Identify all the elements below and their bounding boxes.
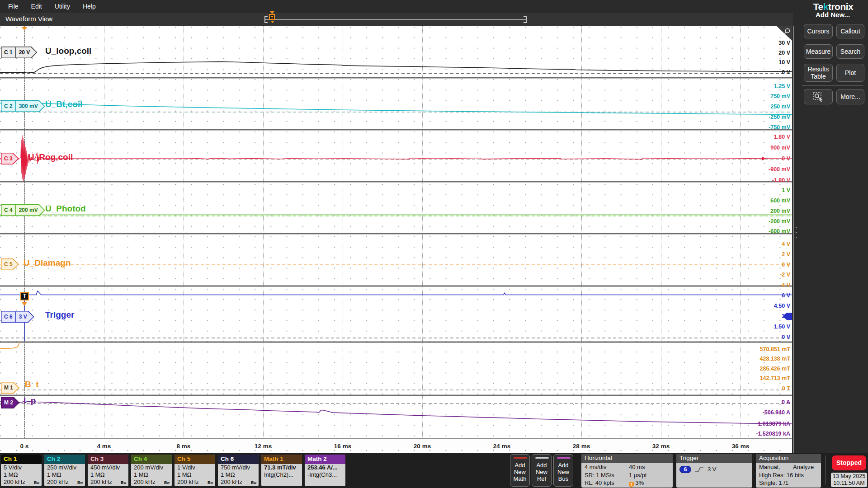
sidebar-button-callout[interactable]: Callout bbox=[836, 24, 864, 38]
rising-edge-icon bbox=[695, 466, 704, 472]
c1-channel-badge[interactable]: C 120 V bbox=[1, 47, 37, 58]
c2-axis-label: 750 mV bbox=[736, 93, 790, 99]
c3-channel-badge[interactable]: C 3 bbox=[1, 153, 19, 164]
bw-w: w bbox=[211, 481, 213, 484]
acquisition-panel[interactable]: AcquisitionManual,AnalyzeHigh Res: 16 bi… bbox=[756, 454, 821, 488]
c4-badge-shape: C 4200 mV bbox=[1, 204, 45, 216]
time-axis-label: 36 ms bbox=[732, 443, 749, 450]
c4-badge-scale: 200 mV bbox=[15, 204, 45, 216]
c5-badge-body: C 5 bbox=[1, 258, 19, 270]
bandwidth-limit-icon: Bw bbox=[251, 479, 256, 486]
add-button-stripe bbox=[535, 457, 549, 459]
acquisition-single-row: Single: 1 /1 bbox=[756, 479, 821, 487]
m2-axis-label: -1.013879 kA bbox=[736, 421, 790, 427]
plot-sidebar-divider[interactable] bbox=[793, 26, 794, 453]
c2-badge-label: C 2 bbox=[1, 103, 15, 109]
add-new-heading: Add New... bbox=[797, 11, 868, 19]
menu-help[interactable]: Help bbox=[76, 3, 102, 10]
c4-axis-label: -200 mV bbox=[736, 218, 790, 225]
m1-channel-badge[interactable]: M 1 bbox=[1, 382, 19, 394]
horizontal-panel[interactable]: Horizontal4 ms/div40 msSR: 1 MS/s1 µs/pt… bbox=[581, 454, 673, 488]
add-button-label: New bbox=[532, 469, 551, 475]
divider-grip-dot bbox=[796, 232, 797, 233]
c5-axis-label: 4 V bbox=[736, 241, 790, 247]
acquisition-panel-title: Acquisition bbox=[756, 454, 821, 463]
c6-axis-label: 0 V bbox=[736, 334, 790, 340]
waveform-view-header: Waveform View T bbox=[0, 13, 793, 26]
bottom-badge-ch-6[interactable]: Ch 6750 mV/div1 MΩ200 kHzBw bbox=[218, 455, 259, 486]
badge-detail-row: 1 MΩ bbox=[131, 471, 172, 479]
overview-trigger-pin[interactable]: T bbox=[269, 14, 275, 20]
acquisition-status-button[interactable]: Stopped bbox=[832, 455, 866, 470]
c6-axis-label: 3 V bbox=[736, 313, 790, 319]
badge-detail-row: 1 MΩ bbox=[44, 471, 85, 479]
c4-axis-label: 600 mV bbox=[736, 197, 790, 204]
bottom-badge-ch-5[interactable]: Ch 51 V/div1 MΩ200 kHzBw bbox=[175, 455, 215, 486]
c4-badge-label: C 4 bbox=[1, 207, 15, 213]
bottom-badge-math-1[interactable]: Math 171.3 mT/divIntg(Ch2)... bbox=[261, 455, 302, 486]
rising-edge-path bbox=[695, 467, 703, 471]
menu-file[interactable]: File bbox=[2, 3, 25, 10]
horizontal-trigger-pos: T 3% bbox=[629, 479, 644, 488]
time-axis-label: 8 ms bbox=[177, 443, 191, 450]
bottom-separator bbox=[826, 455, 826, 484]
m1-waveform-trace bbox=[0, 343, 19, 349]
zoom-mode-button[interactable] bbox=[804, 89, 833, 104]
c6-axis-label: 6 V bbox=[736, 292, 790, 299]
badge-detail-row: -Intg(Ch3... bbox=[305, 471, 345, 479]
c4-channel-badge[interactable]: C 4200 mV bbox=[1, 204, 45, 216]
c2-channel-name: U_Bt,coil bbox=[45, 99, 82, 109]
c4-axis-label: -600 mV bbox=[736, 228, 790, 235]
bw-w: w bbox=[80, 481, 83, 484]
add-button-label: Add bbox=[554, 462, 573, 469]
more-button[interactable]: More... bbox=[836, 89, 864, 104]
time-axis-label: 24 ms bbox=[493, 443, 510, 450]
c5-channel-badge[interactable]: C 5 bbox=[1, 258, 19, 270]
waveform-plot-area[interactable]: C 120 VU_loop,coil30 V20 V10 V0 VC 2300 … bbox=[0, 26, 792, 438]
c2-badge-scale: 300 mV bbox=[15, 100, 45, 112]
m2-badge-label: M 2 bbox=[1, 399, 19, 406]
c1-axis-label: 10 V bbox=[736, 59, 790, 66]
c2-channel-badge[interactable]: C 2300 mV bbox=[1, 100, 45, 112]
menu-utility[interactable]: Utility bbox=[48, 3, 76, 10]
badge-title: Ch 1 bbox=[1, 455, 42, 464]
add-new-bus-button[interactable]: AddNewBus bbox=[553, 454, 573, 487]
sidebar-button-plot[interactable]: Plot bbox=[836, 64, 864, 82]
sidebar-button-results-table[interactable]: Results Table bbox=[804, 64, 833, 82]
time-axis-label: 4 ms bbox=[97, 443, 111, 450]
bottom-badge-ch-3[interactable]: Ch 3450 mV/div1 MΩ200 kHzBw bbox=[88, 455, 128, 486]
add-button-label: Math bbox=[510, 475, 529, 482]
trigger-panel[interactable]: Trigger63 V bbox=[676, 454, 752, 488]
bottom-badge-ch-4[interactable]: Ch 4200 mV/div1 MΩ200 kHzBw bbox=[131, 455, 172, 486]
sidebar-button-search[interactable]: Search bbox=[836, 44, 864, 59]
horizontal-panel-title: Horizontal bbox=[581, 454, 673, 463]
bottom-badge-ch-2[interactable]: Ch 2250 mV/div1 MΩ200 kHzBw bbox=[44, 455, 85, 486]
horizontal-row: SR: 1 MS/s1 µs/pt bbox=[581, 471, 673, 479]
menu-edit[interactable]: Edit bbox=[25, 3, 48, 10]
time-text: 10:11:50 AM bbox=[831, 480, 867, 487]
c3-axis-label: 0 V bbox=[736, 155, 790, 162]
acquisition-overview-bar[interactable]: T bbox=[264, 15, 527, 23]
c1-waveform-trace bbox=[0, 62, 792, 73]
m2-channel-badge[interactable]: M 2 bbox=[1, 397, 19, 408]
corner-zoom-control[interactable] bbox=[777, 26, 792, 41]
trigger-flag-pointer-icon bbox=[22, 302, 27, 306]
c2-axis-label: -750 mV bbox=[736, 124, 790, 131]
add-new-ref-button[interactable]: AddNewRef bbox=[532, 454, 552, 487]
bottom-badge-math-2[interactable]: Math 2253.46 A/...-Intg(Ch3... bbox=[305, 455, 345, 486]
c6-channel-badge[interactable]: C 63 V bbox=[1, 311, 34, 323]
divider-grip-dot bbox=[796, 237, 797, 238]
badge-detail-row: 200 mV/div bbox=[131, 464, 172, 471]
bottom-bar: Stopped 13 May 2025 10:11:50 AM Ch 15 V/… bbox=[0, 453, 868, 488]
add-button-stripe bbox=[557, 457, 571, 459]
badge-title: Ch 4 bbox=[131, 455, 172, 464]
add-new-math-button[interactable]: AddNewMath bbox=[510, 454, 530, 487]
badge-title: Math 2 bbox=[305, 455, 345, 464]
m1-badge-label: M 1 bbox=[1, 385, 19, 391]
horizontal-resolution: 1 µs/pt bbox=[629, 471, 646, 479]
trigger-flag[interactable]: T bbox=[20, 292, 29, 300]
sidebar-button-measure[interactable]: Measure bbox=[804, 44, 833, 59]
sidebar-button-cursors[interactable]: Cursors bbox=[804, 24, 833, 38]
m1-axis-label: 0 T bbox=[736, 385, 790, 392]
bottom-badge-ch-1[interactable]: Ch 15 V/div1 MΩ200 kHzBw bbox=[1, 455, 42, 486]
